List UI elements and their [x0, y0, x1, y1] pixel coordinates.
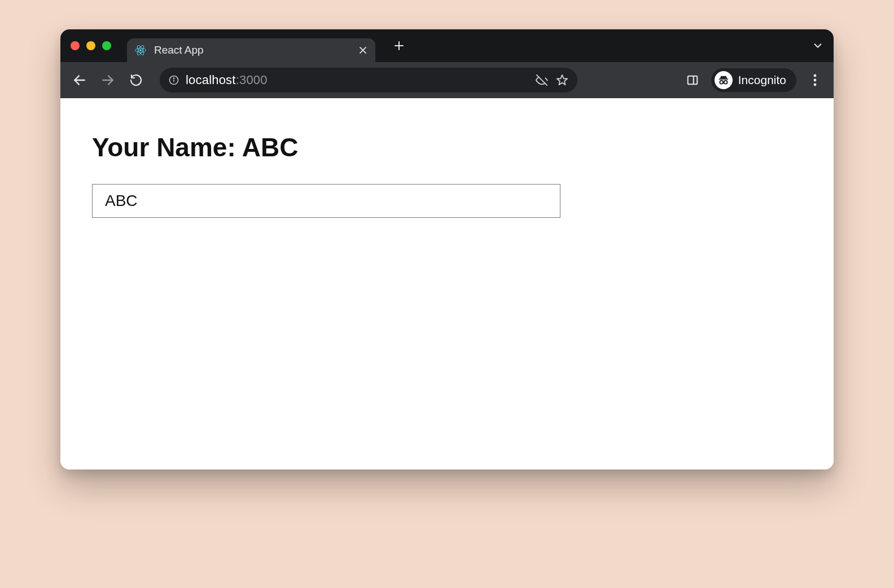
tab-close-icon[interactable]: [358, 46, 367, 55]
tab-title: React App: [154, 44, 350, 56]
page-title: Your Name: ABC: [92, 132, 802, 163]
browser-menu-button[interactable]: [807, 72, 823, 89]
window-minimize-button[interactable]: [86, 41, 95, 50]
site-info-icon[interactable]: [168, 74, 180, 86]
side-panel-icon[interactable]: [684, 72, 701, 89]
svg-point-19: [724, 81, 727, 84]
page-content: Your Name: ABC: [60, 98, 834, 469]
incognito-icon: [715, 71, 733, 89]
heading-name-value: ABC: [242, 133, 299, 162]
svg-point-0: [139, 49, 142, 51]
window-maximize-button[interactable]: [102, 41, 111, 50]
window-controls: [71, 41, 111, 50]
tab-strip: React App: [60, 29, 834, 62]
svg-rect-17: [719, 78, 729, 80]
svg-point-18: [720, 81, 723, 84]
browser-window: React App: [60, 29, 834, 469]
svg-rect-15: [688, 76, 698, 85]
name-input[interactable]: [92, 184, 560, 218]
address-bar[interactable]: localhost:3000: [160, 68, 577, 93]
browser-tab[interactable]: React App: [127, 38, 375, 62]
url-port: :3000: [236, 73, 268, 87]
forward-button[interactable]: [99, 71, 117, 89]
new-tab-button[interactable]: [391, 38, 407, 54]
svg-point-22: [814, 84, 817, 86]
svg-point-12: [173, 78, 174, 78]
bookmark-star-icon[interactable]: [555, 73, 569, 87]
react-favicon-icon: [135, 45, 146, 56]
window-close-button[interactable]: [71, 41, 80, 50]
svg-marker-14: [557, 75, 567, 85]
tab-overflow-button[interactable]: [810, 38, 826, 54]
back-button[interactable]: [71, 71, 89, 89]
incognito-label: Incognito: [738, 73, 786, 87]
url-text: localhost:3000: [186, 73, 268, 87]
eye-off-icon[interactable]: [534, 73, 549, 87]
reload-button[interactable]: [127, 71, 145, 89]
heading-prefix: Your Name:: [92, 133, 242, 162]
url-host: localhost: [186, 73, 236, 87]
incognito-profile-chip[interactable]: Incognito: [711, 68, 796, 92]
svg-point-21: [814, 79, 817, 82]
svg-point-20: [814, 74, 817, 77]
browser-toolbar: localhost:3000: [60, 62, 834, 98]
